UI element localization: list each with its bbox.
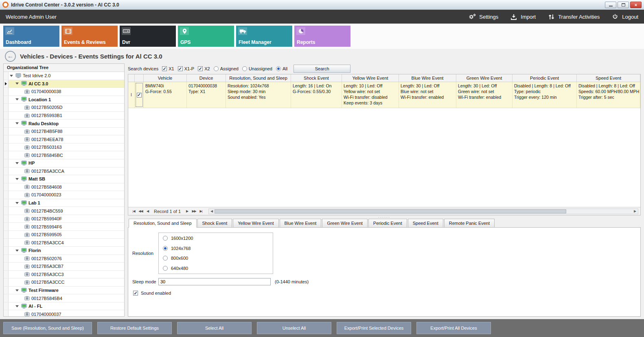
footer-button-unselect-all[interactable]: Unselect All [257,322,331,334]
cell-blue-wire-event[interactable]: Length: 30 | Led: OffBlue wire: not setW… [399,82,456,108]
maximize-button[interactable] [618,2,629,8]
tab-speed-event[interactable]: Speed Event [408,219,443,228]
tab-resolution-sound-and-sleep[interactable]: Resolution, Sound and Sleep [129,219,197,228]
back-button[interactable]: ← [5,51,16,62]
topbar-action-transfer-activities[interactable]: Transfer Activities [547,13,600,20]
filter-checkbox-x1[interactable]: ✓X1 [162,66,174,71]
tree-node-00127b5a3ccc[interactable]: 00127B5A3CCC [4,278,124,287]
tree-node-017040000023[interactable]: 017040000023 [4,191,124,199]
tab-remote-panic-event[interactable]: Remote Panic Event [444,219,495,228]
row-select-checkbox[interactable]: ✓ [137,93,142,98]
cell-periodic-event[interactable]: Disabled | Length: 8 | Led: OffType: per… [513,82,577,108]
tree-node-00127b5a3cb7[interactable]: 00127B5A3CB7 [4,263,124,271]
collapse-arrow-icon[interactable] [15,83,19,85]
sleep-mode-input[interactable] [158,278,271,285]
device-grid-row[interactable]: I✓BMW740iG-Force: 0.55017040000038Type: … [128,82,640,108]
tree-node-00127b599505[interactable]: 00127B599505 [4,231,124,239]
tree-node-lab-1[interactable]: Lab 1 [4,199,124,207]
topbar-action-import[interactable]: Import [510,13,536,20]
tree-node-00127b5993b1[interactable]: 00127B5993B1 [4,112,124,120]
tree-node-00127b5a3cc4[interactable]: 00127B5A3CC4 [4,239,124,247]
tree-node-00127b584608[interactable]: 00127B584608 [4,183,124,191]
column-header-vehicle[interactable]: Vehicle [144,74,187,82]
column-header-speed-event[interactable]: Speed Event [577,74,640,82]
column-header-shock-event[interactable]: Shock Event [291,74,342,82]
radio-icon[interactable] [276,66,281,71]
tree-node-00127b50205d[interactable]: 00127B50205D [4,104,124,112]
prev-page-icon[interactable]: ◀◀ [137,208,144,214]
collapse-arrow-icon[interactable] [15,202,19,204]
topbar-action-settings[interactable]: Settings [468,13,498,20]
scrollbar-thumb[interactable] [215,209,566,213]
horizontal-scrollbar[interactable]: ◀ ▶ [208,209,638,214]
tree-node-00127b5994f6[interactable]: 00127B5994F6 [4,223,124,231]
tree-node-00127b5a3cc3[interactable]: 00127B5A3CC3 [4,271,124,279]
tree-node-florin[interactable]: Florin [4,247,124,255]
tree-node-test-firmware[interactable]: Test Firmware [4,287,124,295]
tree-node-radu-desktop[interactable]: Radu Desktop [4,120,124,128]
tree-node-al-cc-3-0[interactable]: Al CC 3.0 [4,80,124,88]
tree-node-00127b502076[interactable]: 00127B502076 [4,255,124,263]
nav-tile-reports[interactable]: Reports [294,26,350,47]
collapse-arrow-icon[interactable] [15,98,19,100]
splitter-handle[interactable]: ······ [128,215,641,219]
resolution-option-1600x1200[interactable]: 1600x1200 [163,236,269,241]
cell-device[interactable]: 017040000038Type: X1 [187,82,226,108]
nav-tile-fleet-manager[interactable]: Fleet Manager [236,26,292,47]
nav-tile-gps[interactable]: GPS [178,26,234,47]
checkbox-icon[interactable]: ✓ [198,66,203,71]
nav-tile-events-reviews[interactable]: Events & Reviews [61,26,118,47]
radio-icon[interactable] [214,66,219,71]
footer-button-save-resolution-sound-and-sleep[interactable]: Save (Resolution, Sound and Sleep) [3,322,92,334]
column-header-periodic-event[interactable]: Periodic Event [513,74,577,82]
close-button[interactable]: × [630,2,642,8]
tree-node-matt-sb[interactable]: Matt SB [4,175,124,183]
cell-shock-event[interactable]: Length: 16 | Led: OnG-Forces: 0.55/0.30 [291,82,342,108]
tree-node-00127b4bc559[interactable]: 00127B4BC559 [4,207,124,215]
next-page-icon[interactable]: ▶▶ [191,208,197,214]
tab-shock-event[interactable]: Shock Event [197,219,232,228]
collapse-arrow-icon[interactable] [15,250,19,252]
tree-node-al-fl[interactable]: Al - FL [4,302,124,311]
cell-yellow-wire-event[interactable]: Length: 10 | Led: OffYellow wire: not se… [342,82,399,108]
column-header-resolution-sound-and-sleep[interactable]: Resolution, Sound and Sleep [226,74,291,82]
tree-node-017040000038[interactable]: 017040000038 [4,88,124,96]
scroll-left-icon[interactable]: ◀ [209,209,215,213]
checkbox-icon[interactable]: ✓ [178,66,183,71]
radio-icon[interactable] [163,266,168,271]
prev-record-icon[interactable]: ◀ [144,208,151,214]
checkbox-icon[interactable]: ✓ [162,66,167,71]
first-record-icon[interactable]: |◀ [130,208,137,214]
filter-checkbox-x2[interactable]: ✓X2 [198,66,210,71]
collapse-arrow-icon[interactable] [10,75,13,77]
filter-radio-assigned[interactable]: Assigned [214,66,239,71]
column-header-yellow-wire-event[interactable]: Yellow Wire Event [342,74,399,82]
filter-checkbox-x1-p[interactable]: ✓X1-P [178,66,194,71]
row-select-cell[interactable]: ✓ [135,82,144,108]
radio-icon[interactable] [163,246,168,251]
collapse-arrow-icon[interactable] [15,178,19,180]
next-record-icon[interactable]: ▶ [184,208,191,214]
cell-speed-event[interactable]: Disabled | Length: 8 | Led: OffSpeeds: 6… [577,82,640,108]
tab-periodic-event[interactable]: Periodic Event [368,219,407,228]
footer-button-export-print-all-devices[interactable]: Export/Print All Devices [416,322,491,334]
resolution-option-640x480[interactable]: 640x480 [163,266,269,271]
filter-radio-all[interactable]: All [276,66,287,71]
cell-green-wire-event[interactable]: Length: 30 | Led: OffGreen wire: not set… [456,82,513,108]
tree-node-00127b4b5f88[interactable]: 00127B4B5F88 [4,128,124,136]
filter-radio-unassigned[interactable]: Unassigned [242,66,272,71]
nav-tile-dashboard[interactable]: Dashboard [3,26,59,47]
radio-icon[interactable] [163,256,168,261]
tree-node-00127b59940f[interactable]: 00127B59940F [4,215,124,223]
footer-button-restore-default-settings[interactable]: Restore Default Settings [97,322,172,334]
nav-tile-dvr[interactable]: Dvr [120,26,176,47]
topbar-action-logout[interactable]: Logout [611,13,638,20]
radio-icon[interactable] [163,236,168,241]
tab-green-wire-event[interactable]: Green Wire Event [322,219,367,228]
collapse-arrow-icon[interactable] [15,305,19,307]
tab-blue-wire-event[interactable]: Blue Wire Event [280,219,322,228]
column-header-green-wire-event[interactable]: Green Wire Event [456,74,513,82]
tree-node-00127b4eea78[interactable]: 00127B4EEA78 [4,135,124,143]
footer-button-select-all[interactable]: Select All [177,322,252,334]
tab-yellow-wire-event[interactable]: Yellow Wire Event [233,219,278,228]
